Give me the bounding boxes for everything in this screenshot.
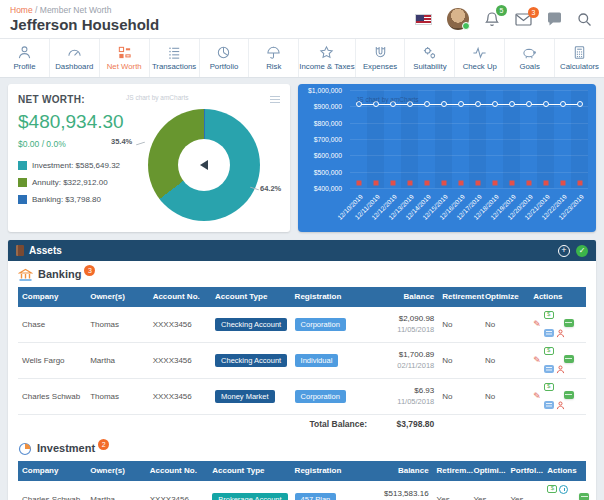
notifications-bell-icon[interactable]: 5: [484, 11, 500, 27]
add-asset-button[interactable]: +: [558, 245, 570, 257]
breadcrumb-current: Member Net Worth: [40, 5, 112, 15]
type-badge: Brokerage Account: [212, 493, 287, 500]
pie-icon: [216, 45, 231, 60]
legend-swatch: [18, 195, 27, 204]
registration-badge: 457 Plan: [295, 493, 337, 500]
edit-action-icon[interactable]: ✎: [533, 355, 541, 366]
layers-action-icon[interactable]: [544, 329, 554, 337]
layers-action-icon[interactable]: [544, 365, 554, 373]
tab-check-up[interactable]: Check Up: [455, 39, 505, 77]
chat-icon[interactable]: [547, 12, 562, 26]
card-action-icon[interactable]: [579, 493, 589, 500]
optimize-cell: No: [481, 388, 529, 406]
tab-risk[interactable]: Risk: [249, 39, 299, 77]
legend-text: Annuity: $322,912.00: [32, 178, 108, 187]
white-circles-line-marker: [543, 101, 549, 107]
investment-pie-icon: [18, 442, 32, 456]
owners-cell: Thomas: [86, 388, 148, 406]
language-flag-icon[interactable]: [415, 14, 432, 25]
tab-label: Goals: [519, 62, 539, 71]
tab-goals[interactable]: Goals: [505, 39, 555, 77]
tab-label: Profile: [13, 62, 35, 71]
person-action-icon[interactable]: [556, 329, 565, 338]
column-header: Account No.: [149, 287, 211, 307]
clock-action-icon[interactable]: [559, 485, 568, 494]
gauge-icon: [67, 45, 82, 60]
column-header: Account Type: [211, 287, 291, 307]
red-squares-marker: [373, 180, 378, 185]
tab-net-worth[interactable]: Net Worth: [100, 39, 150, 77]
tab-label: Transactions: [152, 62, 196, 71]
layers-action-icon[interactable]: [544, 401, 554, 409]
investment-table: CompanyOwner(s)Account No.Account TypeRe…: [18, 461, 586, 500]
red-squares-marker: [509, 180, 514, 185]
messages-envelope-icon[interactable]: 3: [515, 13, 532, 26]
actions-cell: $✎: [543, 481, 586, 500]
balance-cell: $6.9311/05/2018: [373, 382, 438, 410]
registration-cell: Corporation: [291, 386, 373, 407]
red-squares-marker: [475, 180, 480, 185]
networth-icon: [117, 45, 132, 60]
type-cell: Brokerage Account: [208, 489, 290, 500]
top-header: Home / Member Net Worth Jefferson Househ…: [0, 0, 604, 38]
dollar-action-icon[interactable]: $: [544, 383, 554, 391]
confirm-button[interactable]: ✓: [576, 245, 588, 257]
breadcrumb-home-link[interactable]: Home: [10, 5, 33, 15]
dollar-action-icon[interactable]: $: [544, 311, 554, 319]
optimize-cell: Yes: [470, 491, 507, 500]
tab-calculators[interactable]: Calculators: [555, 39, 604, 77]
line-chart-plot: 12/10/201912/11/201912/12/201912/13/2019…: [350, 90, 588, 188]
user-avatar[interactable]: [447, 8, 469, 30]
search-icon[interactable]: [577, 12, 592, 27]
edit-action-icon[interactable]: ✎: [533, 391, 541, 402]
balance-amount: $2,090.98: [377, 314, 434, 324]
registration-cell: Individual: [291, 350, 373, 371]
dollar-action-icon[interactable]: $: [544, 347, 554, 355]
retirement-cell: No: [438, 316, 481, 334]
optimize-cell: No: [481, 352, 529, 370]
banking-count-badge: 3: [84, 265, 95, 276]
total-balance-row: Total Balance:$3,798.80: [18, 415, 586, 435]
tab-transactions[interactable]: Transactions: [150, 39, 200, 77]
red-squares-marker: [356, 180, 361, 185]
balance-date: 02/11/2018: [377, 361, 434, 370]
white-circles-line-marker: [492, 101, 498, 107]
account-cell: XXXX3456: [149, 316, 211, 334]
registration-badge: Individual: [295, 354, 339, 367]
column-header: Account No.: [146, 461, 208, 481]
card-action-icon[interactable]: [564, 355, 574, 363]
edit-action-icon[interactable]: ✎: [533, 319, 541, 330]
donut-hole: [178, 139, 230, 191]
card-action-icon[interactable]: [564, 319, 574, 327]
calculator-icon: [572, 45, 587, 60]
donut-label-annuity-pct: 35.4%: [111, 137, 132, 146]
y-tick-label: $600,000: [314, 152, 342, 159]
red-squares-marker: [577, 180, 582, 185]
tab-label: Check Up: [463, 62, 497, 71]
column-header: Balance: [364, 461, 432, 481]
red-squares-marker: [390, 180, 395, 185]
tab-expenses[interactable]: Expenses: [356, 39, 406, 77]
owners-cell: Thomas: [86, 316, 148, 334]
balance-amount: $1,700.89: [377, 350, 434, 360]
portfolio-cell: Yes: [506, 491, 543, 500]
tab-suitability[interactable]: Suitability: [405, 39, 455, 77]
page-title: Jefferson Household: [10, 16, 159, 33]
chart-menu-icon[interactable]: [270, 94, 280, 105]
column-header: Actions: [543, 461, 586, 481]
owners-cell: Martha: [86, 491, 146, 500]
person-action-icon[interactable]: [556, 401, 565, 410]
tab-dashboard[interactable]: Dashboard: [50, 39, 100, 77]
person-action-icon[interactable]: [556, 365, 565, 374]
dollar-action-icon[interactable]: $: [547, 485, 557, 493]
card-action-icon[interactable]: [564, 391, 574, 399]
white-circles-line-marker: [577, 101, 583, 107]
tab-portfolio[interactable]: Portfolio: [200, 39, 250, 77]
column-header: Account Type: [208, 461, 290, 481]
white-circles-line-marker: [424, 101, 430, 107]
tab-income-taxes[interactable]: Income & Taxes: [299, 39, 355, 77]
tab-label: Expenses: [363, 62, 397, 71]
tab-label: Suitability: [413, 62, 446, 71]
tab-profile[interactable]: Profile: [0, 39, 50, 77]
tab-label: Portfolio: [210, 62, 239, 71]
